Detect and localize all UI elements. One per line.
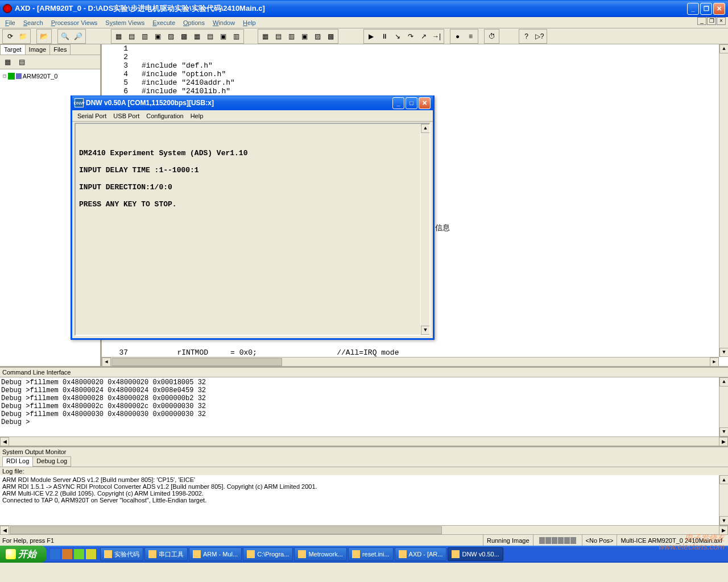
dnw-scrollbar-v[interactable]: ▲ ▼ bbox=[420, 124, 429, 335]
scroll-up-icon[interactable]: ▲ bbox=[421, 124, 430, 133]
scroll-left-icon[interactable]: ◀ bbox=[0, 437, 9, 446]
code-scrollbar-h[interactable]: ◀ ▶ bbox=[102, 357, 719, 366]
tb-view-10[interactable]: ▥ bbox=[230, 30, 243, 43]
tb-whatsthis[interactable]: ▷? bbox=[533, 30, 546, 43]
minimize-button[interactable]: _ bbox=[687, 3, 699, 15]
tb-view-6[interactable]: ▩ bbox=[177, 30, 191, 43]
tb-view-4[interactable]: ▣ bbox=[151, 30, 164, 43]
tb-sys-2[interactable]: ▤ bbox=[272, 30, 285, 43]
sidebar-tab-target[interactable]: Target bbox=[0, 44, 26, 55]
tb-profile[interactable]: ⏱ bbox=[485, 30, 498, 43]
mdi-minimize[interactable]: _ bbox=[697, 17, 706, 25]
menu-file[interactable]: File bbox=[1, 18, 19, 27]
scroll-down-icon[interactable]: ▼ bbox=[719, 427, 728, 436]
mdi-restore[interactable]: ❐ bbox=[707, 17, 716, 25]
taskbar-item[interactable]: DNW v0.50... bbox=[448, 547, 503, 561]
tb-view-5[interactable]: ▨ bbox=[164, 30, 177, 43]
out-scrollbar-h[interactable]: ◀ ▶ bbox=[0, 525, 728, 534]
tb-view-7[interactable]: ▦ bbox=[191, 30, 204, 43]
taskbar-item[interactable]: Metrowork... bbox=[294, 547, 347, 561]
scroll-up-icon[interactable]: ▲ bbox=[719, 475, 728, 484]
tb-help[interactable]: ? bbox=[520, 30, 533, 43]
sidebar-tb-1[interactable]: ▦ bbox=[1, 56, 14, 68]
scroll-down-icon[interactable]: ▼ bbox=[719, 516, 728, 525]
dnw-menu-serial[interactable]: Serial Port bbox=[75, 111, 109, 120]
tb-view-3[interactable]: ▥ bbox=[138, 30, 151, 43]
tree-item-arm[interactable]: ⊟ ARM920T_0 bbox=[2, 72, 98, 80]
tb-view-2[interactable]: ▤ bbox=[125, 30, 138, 43]
tree-expander-icon[interactable]: ⊟ bbox=[3, 72, 7, 80]
out-scrollbar-v[interactable]: ▲ ▼ bbox=[719, 475, 728, 525]
close-button[interactable]: ✕ bbox=[713, 3, 725, 15]
tb-sys-6[interactable]: ▩ bbox=[324, 30, 337, 43]
desktop-icon[interactable] bbox=[62, 549, 72, 559]
menu-help[interactable]: Help bbox=[239, 18, 260, 27]
restore-button[interactable]: ❐ bbox=[700, 3, 712, 15]
tb-open[interactable]: 📂 bbox=[38, 30, 51, 43]
cli-scrollbar-h[interactable]: ◀ ▶ bbox=[0, 436, 728, 446]
scroll-up-icon[interactable]: ▲ bbox=[719, 44, 728, 53]
tb-bp-list[interactable]: ≡ bbox=[464, 30, 477, 43]
taskbar-item[interactable]: reset.ini... bbox=[348, 547, 394, 561]
scroll-right-icon[interactable]: ▶ bbox=[710, 357, 719, 366]
menu-execute[interactable]: Execute bbox=[148, 18, 179, 27]
tb-search[interactable]: 🔍 bbox=[59, 30, 72, 43]
ie-icon[interactable] bbox=[50, 549, 60, 559]
scroll-left-icon[interactable]: ◀ bbox=[102, 357, 111, 366]
tb-search-next[interactable]: 🔎 bbox=[72, 30, 85, 43]
taskbar-item[interactable]: ARM - Mul... bbox=[189, 547, 242, 561]
sidebar-tab-image[interactable]: Image bbox=[25, 44, 51, 55]
menu-system-views[interactable]: System Views bbox=[101, 18, 148, 27]
menu-options[interactable]: Options bbox=[179, 18, 209, 27]
dnw-terminal[interactable]: DM2410 Experiment System (ADS) Ver1.10 I… bbox=[75, 123, 431, 336]
scroll-thumb-h[interactable] bbox=[111, 358, 282, 366]
tb-view-8[interactable]: ▤ bbox=[204, 30, 217, 43]
ql-icon-4[interactable] bbox=[86, 549, 96, 559]
output-body[interactable]: ARM RDI Module Server ADS v1.2 [Build nu… bbox=[0, 475, 728, 525]
dnw-menu-help[interactable]: Help bbox=[188, 111, 206, 120]
tb-step-over[interactable]: ↷ bbox=[404, 30, 417, 43]
menu-search[interactable]: Search bbox=[19, 18, 47, 27]
start-button[interactable]: 开始 bbox=[0, 546, 47, 563]
scroll-right-icon[interactable]: ▶ bbox=[719, 437, 728, 446]
dnw-window[interactable]: DNW DNW v0.50A [COM1,115200bps][USB:x] _… bbox=[71, 95, 435, 340]
scroll-down-icon[interactable]: ▼ bbox=[421, 326, 430, 335]
sidebar-tab-files[interactable]: Files bbox=[49, 44, 71, 55]
menu-window[interactable]: Window bbox=[209, 18, 239, 27]
tb-reload[interactable]: ⟳ bbox=[3, 30, 16, 43]
tb-step-in[interactable]: ↘ bbox=[391, 30, 404, 43]
dnw-titlebar[interactable]: DNW DNW v0.50A [COM1,115200bps][USB:x] _… bbox=[72, 95, 433, 110]
out-scroll-thumb[interactable] bbox=[10, 526, 442, 534]
scroll-down-icon[interactable]: ▼ bbox=[719, 348, 728, 357]
ql-icon-3[interactable] bbox=[74, 549, 84, 559]
tb-sys-1[interactable]: ▦ bbox=[259, 30, 272, 43]
taskbar-item[interactable]: 串口工具 bbox=[144, 547, 188, 561]
tb-bp-toggle[interactable]: ● bbox=[451, 30, 464, 43]
tb-view-1[interactable]: ▦ bbox=[112, 30, 125, 43]
tb-run[interactable]: ▶ bbox=[365, 30, 378, 43]
tb-view-9[interactable]: ▣ bbox=[217, 30, 230, 43]
dnw-close-button[interactable]: ✕ bbox=[419, 97, 431, 109]
cli-scrollbar-v[interactable]: ▲ ▼ bbox=[719, 377, 728, 436]
scroll-left-icon[interactable]: ◀ bbox=[0, 526, 9, 535]
dnw-menu-usb[interactable]: USB Port bbox=[110, 111, 142, 120]
dnw-maximize-button[interactable]: □ bbox=[406, 97, 417, 109]
tb-pause[interactable]: ⏸ bbox=[378, 30, 391, 43]
tb-sys-4[interactable]: ▣ bbox=[298, 30, 311, 43]
cli-body[interactable]: Debug >fillmem 0x48000020 0x48000020 0x0… bbox=[0, 377, 728, 436]
tb-sys-5[interactable]: ▨ bbox=[311, 30, 324, 43]
mdi-close[interactable]: × bbox=[717, 17, 726, 25]
scroll-up-icon[interactable]: ▲ bbox=[719, 377, 728, 386]
taskbar-item[interactable]: 实验代码 bbox=[100, 547, 143, 561]
dnw-minimize-button[interactable]: _ bbox=[392, 97, 404, 109]
sidebar-tb-2[interactable]: ▤ bbox=[15, 56, 28, 68]
dnw-menu-config[interactable]: Configuration bbox=[143, 111, 186, 120]
tab-rdi-log[interactable]: RDI Log bbox=[2, 456, 33, 467]
menu-processor-views[interactable]: Processor Views bbox=[47, 18, 102, 27]
tb-sys-3[interactable]: ▥ bbox=[285, 30, 298, 43]
taskbar-item[interactable]: C:\Progra... bbox=[243, 547, 293, 561]
tb-run-to[interactable]: →| bbox=[430, 30, 443, 43]
taskbar-item[interactable]: AXD - [AR... bbox=[395, 547, 447, 561]
code-scrollbar-v[interactable]: ▲ ▼ bbox=[719, 44, 728, 357]
tb-load[interactable]: 📁 bbox=[16, 30, 30, 43]
